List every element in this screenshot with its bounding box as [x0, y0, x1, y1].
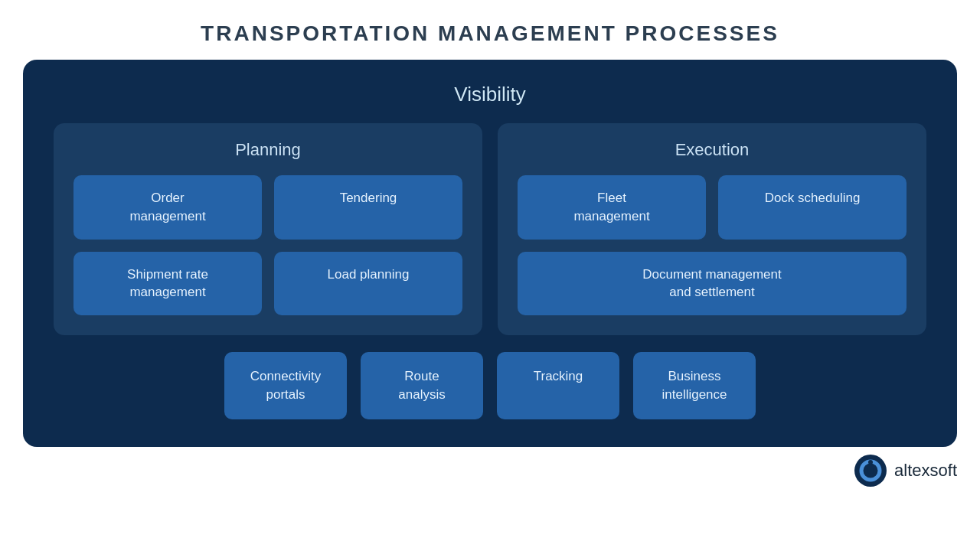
card-load-planning: Load planning	[274, 252, 462, 316]
card-tendering: Tendering	[274, 175, 462, 240]
execution-section: Execution Fleetmanagement Dock schedulin…	[498, 123, 926, 335]
altexsoft-logo-icon	[854, 455, 887, 487]
middle-row: Planning Ordermanagement Tendering Shipm…	[54, 123, 926, 335]
execution-grid: Fleetmanagement Dock scheduling Document…	[518, 175, 906, 315]
card-tracking: Tracking	[497, 352, 619, 419]
altexsoft-logo-text: altexsoft	[894, 461, 957, 481]
svg-point-3	[868, 460, 873, 465]
card-shipment-rate: Shipment ratemanagement	[74, 252, 262, 316]
planning-grid: Ordermanagement Tendering Shipment ratem…	[74, 175, 462, 315]
main-diagram: Visibility Planning Ordermanagement Tend…	[23, 60, 957, 447]
logo-area: altexsoft	[23, 455, 957, 487]
visibility-label: Visibility	[54, 83, 926, 106]
card-dock-scheduling: Dock scheduling	[718, 175, 906, 240]
svg-point-2	[867, 468, 874, 474]
planning-section: Planning Ordermanagement Tendering Shipm…	[54, 123, 482, 335]
card-connectivity-portals: Connectivityportals	[224, 352, 347, 419]
card-fleet-management: Fleetmanagement	[518, 175, 706, 240]
card-order-management: Ordermanagement	[74, 175, 262, 240]
execution-label: Execution	[518, 140, 906, 160]
card-document-management: Document managementand settlement	[518, 252, 906, 316]
bottom-row: Connectivityportals Routeanalysis Tracki…	[54, 352, 926, 419]
card-business-intelligence: Businessintelligence	[633, 352, 756, 419]
page-title: TRANSPORTATION MANAGEMENT PROCESSES	[201, 21, 779, 46]
planning-label: Planning	[74, 140, 462, 160]
card-route-analysis: Routeanalysis	[361, 352, 483, 419]
